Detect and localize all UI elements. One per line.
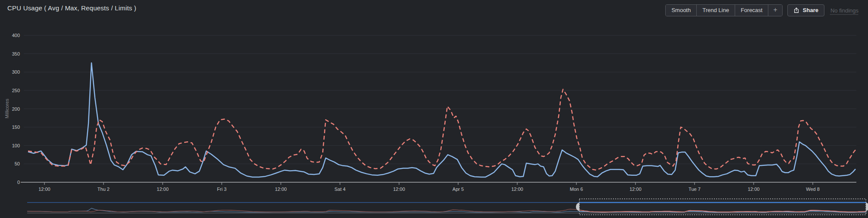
brush-selection[interactable] bbox=[579, 199, 866, 215]
no-findings-link[interactable]: No findings bbox=[830, 7, 859, 14]
svg-text:12:00: 12:00 bbox=[748, 187, 760, 192]
cpu-usage-chart: 050100150200250300350400 12:00Thu 212:00… bbox=[0, 0, 868, 218]
svg-text:200: 200 bbox=[12, 106, 20, 112]
svg-text:12:00: 12:00 bbox=[157, 187, 169, 192]
svg-text:250: 250 bbox=[12, 88, 20, 93]
share-button[interactable]: Share bbox=[787, 4, 824, 16]
svg-text:12:00: 12:00 bbox=[629, 187, 642, 192]
add-option-button[interactable]: + bbox=[768, 5, 782, 16]
svg-text:Sat 4: Sat 4 bbox=[334, 187, 346, 192]
svg-text:0: 0 bbox=[17, 180, 20, 185]
panel-title: CPU Usage ( Avg / Max, Requests / Limits… bbox=[7, 4, 136, 12]
share-icon bbox=[793, 7, 799, 13]
svg-text:12:00: 12:00 bbox=[275, 187, 287, 192]
brush-handle-right[interactable] bbox=[866, 203, 868, 211]
smooth-button[interactable]: Smooth bbox=[666, 5, 697, 16]
svg-text:Mon 6: Mon 6 bbox=[570, 187, 583, 192]
y-axis-title: Millicores bbox=[4, 99, 9, 118]
forecast-button[interactable]: Forecast bbox=[735, 5, 769, 16]
panel-controls: Smooth Trend Line Forecast + Share No fi… bbox=[665, 4, 859, 16]
brush-selection-group[interactable] bbox=[576, 199, 868, 215]
chart-options-group: Smooth Trend Line Forecast + bbox=[665, 4, 782, 16]
svg-text:Apr 5: Apr 5 bbox=[453, 187, 464, 192]
x-axis: 12:00Thu 212:00Fri 312:00Sat 412:00Apr 5… bbox=[21, 182, 856, 192]
svg-text:Wed 8: Wed 8 bbox=[806, 187, 820, 192]
svg-text:Tue 7: Tue 7 bbox=[689, 187, 701, 192]
svg-text:Fri 3: Fri 3 bbox=[217, 187, 226, 192]
svg-text:150: 150 bbox=[12, 125, 20, 130]
svg-text:100: 100 bbox=[12, 143, 20, 148]
svg-text:12:00: 12:00 bbox=[38, 187, 50, 192]
share-label: Share bbox=[803, 7, 818, 14]
svg-text:12:00: 12:00 bbox=[393, 187, 405, 192]
trend-line-button[interactable]: Trend Line bbox=[697, 5, 735, 16]
svg-text:300: 300 bbox=[12, 69, 20, 75]
panel-header: CPU Usage ( Avg / Max, Requests / Limits… bbox=[0, 0, 868, 18]
svg-text:Thu 2: Thu 2 bbox=[97, 187, 110, 192]
svg-text:12:00: 12:00 bbox=[511, 187, 523, 192]
cpu-usage-panel: 050100150200250300350400 12:00Thu 212:00… bbox=[0, 0, 868, 218]
y-axis-labels: 050100150200250300350400 bbox=[12, 33, 20, 185]
svg-text:400: 400 bbox=[12, 33, 20, 38]
plot-hover-area[interactable] bbox=[24, 34, 856, 182]
svg-text:350: 350 bbox=[12, 51, 20, 56]
svg-text:50: 50 bbox=[15, 161, 20, 166]
